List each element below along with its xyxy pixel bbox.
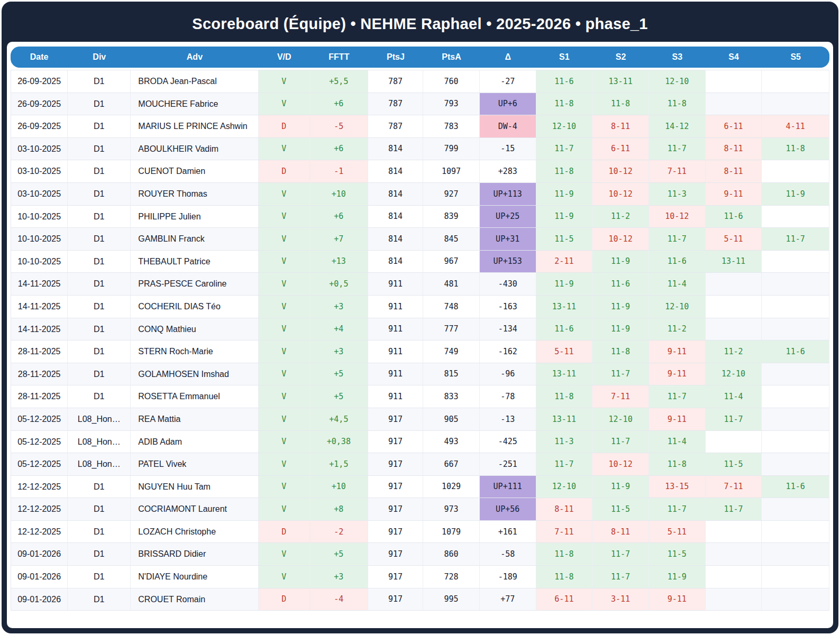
cell-set-3: 11-9 xyxy=(649,566,706,588)
cell-set-4 xyxy=(706,273,762,296)
cell-win-loss: V xyxy=(259,251,310,273)
cell-set-1: 13-11 xyxy=(536,408,593,431)
cell-adversary: BRISSARD Didier xyxy=(131,543,258,566)
cell-set-3: 5-11 xyxy=(649,521,706,544)
cell-points-adversary: 1079 xyxy=(423,521,480,544)
cell-set-4: 8-11 xyxy=(706,138,762,161)
cell-division: D1 xyxy=(68,251,131,273)
cell-points-player: 814 xyxy=(368,183,423,206)
cell-delta: UP+6 xyxy=(480,93,536,116)
cell-points-player: 814 xyxy=(368,138,423,161)
cell-set-5 xyxy=(762,70,829,93)
cell-win-loss: V xyxy=(259,228,310,251)
cell-points-adversary: 493 xyxy=(423,431,480,454)
cell-set-5 xyxy=(762,453,829,476)
cell-win-loss: D xyxy=(259,588,310,611)
cell-adversary: REA Mattia xyxy=(131,408,258,431)
cell-set-3: 7-11 xyxy=(649,160,706,183)
cell-win-loss: V xyxy=(259,363,310,386)
cell-fftt-points: +7 xyxy=(310,228,368,251)
cell-adversary: GAMBLIN Franck xyxy=(131,228,258,251)
cell-adversary: MARIUS LE PRINCE Ashwin xyxy=(131,115,258,138)
cell-set-2: 11-2 xyxy=(592,206,649,228)
cell-points-adversary: 783 xyxy=(423,115,480,138)
cell-points-adversary: 777 xyxy=(423,318,480,341)
cell-set-5 xyxy=(762,408,829,431)
table-row: 12-12-2025 D1 COCRIAMONT Laurent V +8 91… xyxy=(11,498,829,521)
cell-set-3: 11-5 xyxy=(649,543,706,566)
cell-set-5: 11-9 xyxy=(762,183,829,206)
table-row: 10-10-2025 D1 PHILIPPE Julien V +6 814 8… xyxy=(11,206,829,228)
cell-date: 10-10-2025 xyxy=(11,251,68,273)
cell-set-3: 12-10 xyxy=(649,296,706,318)
cell-adversary: MOUCHERE Fabrice xyxy=(131,93,258,116)
cell-points-player: 814 xyxy=(368,251,423,273)
cell-set-5 xyxy=(762,566,829,588)
cell-points-player: 911 xyxy=(368,385,423,408)
cell-date: 09-01-2026 xyxy=(11,566,68,588)
cell-set-2: 11-9 xyxy=(592,476,649,499)
cell-set-5: 11-8 xyxy=(762,138,829,161)
cell-points-adversary: 1029 xyxy=(423,476,480,499)
cell-set-2: 10-12 xyxy=(592,160,649,183)
cell-set-1: 7-11 xyxy=(536,521,593,544)
cell-points-player: 787 xyxy=(368,70,423,93)
cell-set-3: 11-7 xyxy=(649,228,706,251)
cell-points-player: 814 xyxy=(368,160,423,183)
cell-adversary: COCRIAMONT Laurent xyxy=(131,498,258,521)
scoreboard-table: Date Div Adv V/D FFTT PtsJ PtsA Δ S1 S2 … xyxy=(11,47,829,611)
cell-set-2: 6-11 xyxy=(592,138,649,161)
cell-points-player: 917 xyxy=(368,588,423,611)
cell-delta: UP+56 xyxy=(480,498,536,521)
cell-set-4: 11-6 xyxy=(706,206,762,228)
cell-set-1: 11-8 xyxy=(536,160,593,183)
cell-set-1: 11-9 xyxy=(536,206,593,228)
cell-points-player: 911 xyxy=(368,296,423,318)
cell-set-5 xyxy=(762,431,829,454)
app-frame: Scoreboard (Équipe) • NEHME Raphael • 20… xyxy=(2,2,838,633)
cell-fftt-points: +6 xyxy=(310,93,368,116)
cell-delta: DW-4 xyxy=(480,115,536,138)
table-row: 28-11-2025 D1 GOLAMHOSEN Imshad V +5 911… xyxy=(11,363,829,386)
cell-fftt-points: -1 xyxy=(310,160,368,183)
cell-fftt-points: +4 xyxy=(310,318,368,341)
title-bar: Scoreboard (Équipe) • NEHME Raphael • 20… xyxy=(7,6,833,42)
cell-points-player: 814 xyxy=(368,228,423,251)
cell-set-1: 12-10 xyxy=(536,115,593,138)
cell-points-adversary: 793 xyxy=(423,93,480,116)
cell-adversary: PHILIPPE Julien xyxy=(131,206,258,228)
cell-win-loss: V xyxy=(259,273,310,296)
cell-set-4 xyxy=(706,521,762,544)
cell-set-1: 11-8 xyxy=(536,385,593,408)
cell-adversary: THEBAULT Patrice xyxy=(131,251,258,273)
cell-adversary: ROUYER Thomas xyxy=(131,183,258,206)
cell-set-4 xyxy=(706,296,762,318)
cell-set-4 xyxy=(706,588,762,611)
col-header-set-1: S1 xyxy=(536,47,593,68)
cell-adversary: PATEL Vivek xyxy=(131,453,258,476)
cell-set-5 xyxy=(762,498,829,521)
cell-points-adversary: 760 xyxy=(423,70,480,93)
cell-delta: -15 xyxy=(480,138,536,161)
cell-set-5: 11-6 xyxy=(762,476,829,499)
cell-date: 26-09-2025 xyxy=(11,93,68,116)
cell-delta: -425 xyxy=(480,431,536,454)
cell-win-loss: V xyxy=(259,476,310,499)
cell-division: D1 xyxy=(68,318,131,341)
cell-win-loss: D xyxy=(259,115,310,138)
cell-set-2: 7-11 xyxy=(592,385,649,408)
cell-set-5 xyxy=(762,160,829,183)
cell-points-adversary: 481 xyxy=(423,273,480,296)
cell-division: D1 xyxy=(68,93,131,116)
cell-adversary: PRAS-PESCE Caroline xyxy=(131,273,258,296)
cell-set-2: 10-12 xyxy=(592,228,649,251)
cell-set-2: 8-11 xyxy=(592,115,649,138)
table-row: 26-09-2025 D1 MOUCHERE Fabrice V +6 787 … xyxy=(11,93,829,116)
cell-set-2: 11-7 xyxy=(592,543,649,566)
cell-set-3: 14-12 xyxy=(649,115,706,138)
table-row: 12-12-2025 D1 NGUYEN Huu Tam V +10 917 1… xyxy=(11,476,829,499)
cell-points-adversary: 815 xyxy=(423,363,480,386)
cell-set-1: 8-11 xyxy=(536,498,593,521)
cell-set-3: 11-7 xyxy=(649,138,706,161)
cell-set-4: 11-7 xyxy=(706,498,762,521)
